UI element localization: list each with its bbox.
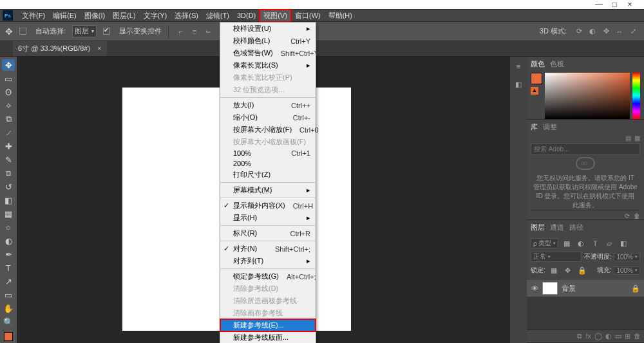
delete-layer-icon[interactable]: 🗑 — [634, 332, 641, 340]
autoselect-checkbox[interactable] — [19, 28, 26, 35]
lock-pixels-icon[interactable]: ▦ — [548, 264, 560, 276]
close-tab-icon[interactable]: × — [97, 44, 101, 52]
menu-image[interactable]: 图像(I) — [80, 10, 109, 22]
tab-adjustments[interactable]: 调整 — [543, 122, 557, 132]
visibility-icon[interactable]: 👁 — [531, 284, 538, 292]
layer-style-icon[interactable]: fx — [585, 332, 591, 340]
menu-200[interactable]: 200% — [220, 158, 316, 169]
maximize-button[interactable]: □ — [607, 0, 622, 9]
3d-scale-icon[interactable]: ⤢ — [627, 26, 639, 37]
menu-layer[interactable]: 图层(L) — [109, 10, 139, 22]
crop-tool[interactable]: ⧉ — [2, 113, 15, 125]
path-tool[interactable]: ↗ — [2, 275, 15, 287]
properties-panel-icon[interactable]: ◧ — [513, 79, 524, 90]
menu-filter[interactable]: 滤镜(T) — [202, 10, 233, 22]
menu-snap-to[interactable]: 对齐到(T)▸ — [220, 255, 316, 267]
menu-screen-mode[interactable]: 屏幕模式(M)▸ — [220, 184, 316, 196]
lib-grid-icon[interactable]: ▦ — [634, 134, 640, 142]
blend-mode[interactable]: 正常▾ — [531, 252, 582, 262]
adjustment-layer-icon[interactable]: ◐ — [605, 332, 612, 340]
layer-filter-kind[interactable]: ρ 类型▾ — [531, 238, 558, 248]
filter-shape-icon[interactable]: ▱ — [603, 237, 615, 249]
layer-thumbnail[interactable] — [542, 282, 558, 295]
menu-zoom-out[interactable]: 缩小(O)Ctrl+- — [220, 111, 316, 124]
history-panel-icon[interactable]: ≡ — [513, 60, 524, 72]
magic-wand-tool[interactable]: ✧ — [2, 100, 15, 111]
menu-gamut-warning[interactable]: 色域警告(W)Shift+Ctrl+Y — [220, 47, 316, 59]
menu-select[interactable]: 选择(S) — [171, 10, 202, 22]
lock-all-icon[interactable]: 🔒 — [576, 264, 588, 276]
zoom-tool[interactable]: 🔍 — [2, 316, 15, 328]
tab-color[interactable]: 颜色 — [531, 59, 545, 69]
rectangle-tool[interactable]: ▭ — [2, 289, 15, 301]
menu-file[interactable]: 文件(F) — [18, 10, 49, 22]
lock-position-icon[interactable]: ✥ — [562, 264, 574, 276]
menu-zoom-in[interactable]: 放大(I)Ctrl++ — [220, 99, 316, 111]
eyedropper-tool[interactable]: ⟋ — [2, 127, 15, 138]
history-brush-tool[interactable]: ↺ — [2, 181, 15, 192]
blur-tool[interactable]: ○ — [2, 221, 15, 233]
menu-new-guide[interactable]: 新建参考线(E)... — [220, 319, 316, 331]
brush-tool[interactable]: ✎ — [2, 154, 15, 165]
fill-value[interactable]: 100%▾ — [614, 266, 640, 275]
filter-type-icon[interactable]: T — [589, 237, 601, 249]
filter-image-icon[interactable]: ▦ — [561, 237, 573, 249]
lasso-tool[interactable]: ʘ — [2, 86, 15, 98]
tab-swatches[interactable]: 色板 — [550, 59, 564, 69]
menu-help[interactable]: 帮助(H) — [325, 10, 356, 22]
library-search[interactable]: 搜索 Adob... — [531, 144, 640, 155]
menu-snap[interactable]: 对齐(N)Shift+Ctrl+; — [220, 243, 316, 255]
marquee-tool[interactable]: ▭ — [2, 73, 15, 84]
eraser-tool[interactable]: ◧ — [2, 194, 15, 206]
filter-smart-icon[interactable]: ◧ — [618, 237, 629, 249]
menu-edit[interactable]: 编辑(E) — [49, 10, 80, 22]
dodge-tool[interactable]: ◐ — [2, 235, 15, 246]
menu-100[interactable]: 100%Ctrl+1 — [220, 148, 316, 158]
minimize-button[interactable]: — — [591, 0, 607, 9]
3d-pan-icon[interactable]: ✥ — [600, 26, 612, 37]
menu-window[interactable]: 窗口(W) — [291, 10, 325, 22]
close-button[interactable]: × — [622, 0, 638, 9]
gradient-tool[interactable]: ▦ — [2, 208, 15, 219]
opacity-value[interactable]: 100%▾ — [614, 253, 640, 261]
type-tool[interactable]: T — [2, 262, 15, 273]
tab-paths[interactable]: 路径 — [569, 223, 583, 232]
new-layer-icon[interactable]: ⊞ — [625, 332, 630, 340]
foreground-color[interactable] — [4, 332, 13, 341]
menu-proof-setup[interactable]: 校样设置(U)▸ — [220, 23, 316, 35]
menu-rulers[interactable]: 标尺(R)Ctrl+R — [220, 227, 316, 239]
menu-proof-colors[interactable]: 校样颜色(L)Ctrl+Y — [220, 35, 316, 47]
menu-type[interactable]: 文字(Y) — [140, 10, 171, 22]
lib-sync-icon[interactable]: ⟳ — [625, 212, 630, 219]
menu-new-guide-layout[interactable]: 新建参考线版面... — [220, 331, 316, 343]
align-vcenter-icon[interactable]: ≡ — [189, 26, 200, 37]
tab-layers[interactable]: 图层 — [531, 223, 545, 232]
menu-view[interactable]: 视图(V) — [260, 10, 291, 22]
pen-tool[interactable]: ✒ — [2, 248, 15, 260]
move-tool[interactable]: ✥ — [2, 59, 15, 71]
tab-libraries[interactable]: 库 — [531, 122, 538, 132]
menu-print-size[interactable]: 打印尺寸(Z) — [220, 169, 316, 181]
menu-lock-guides[interactable]: 锁定参考线(G)Alt+Ctrl+; — [220, 270, 316, 283]
align-top-icon[interactable]: ⌐ — [175, 26, 187, 37]
lib-list-icon[interactable]: ▤ — [625, 134, 631, 142]
gamut-warning-icon[interactable]: ▲ — [531, 87, 538, 95]
healing-tool[interactable]: ✚ — [2, 140, 15, 152]
align-bottom-icon[interactable]: ⌙ — [202, 26, 214, 37]
menu-fit-screen[interactable]: 按屏幕大小缩放(F)Ctrl+0 — [220, 124, 316, 136]
clone-tool[interactable]: ⧈ — [2, 167, 15, 179]
layer-mask-icon[interactable]: ◯ — [594, 332, 602, 340]
show-transform-checkbox[interactable] — [103, 28, 110, 35]
autoselect-target[interactable]: 图层▾ — [72, 25, 97, 37]
hue-slider[interactable] — [632, 73, 640, 119]
group-icon[interactable]: ▭ — [615, 332, 621, 340]
menu-show[interactable]: 显示(H)▸ — [220, 212, 316, 224]
document-tab[interactable]: 6寸 @ 33.3%(RGB/8#) × — [13, 41, 107, 56]
foreground-swatch[interactable] — [531, 73, 542, 84]
3d-slide-icon[interactable]: ↔ — [614, 26, 625, 37]
menu-extras[interactable]: 显示额外内容(X)Ctrl+H — [220, 199, 316, 212]
filter-adjust-icon[interactable]: ◐ — [575, 237, 587, 249]
link-layers-icon[interactable]: ⧉ — [577, 332, 582, 340]
3d-orbit-icon[interactable]: ⟳ — [573, 26, 585, 37]
color-picker[interactable] — [545, 73, 630, 119]
